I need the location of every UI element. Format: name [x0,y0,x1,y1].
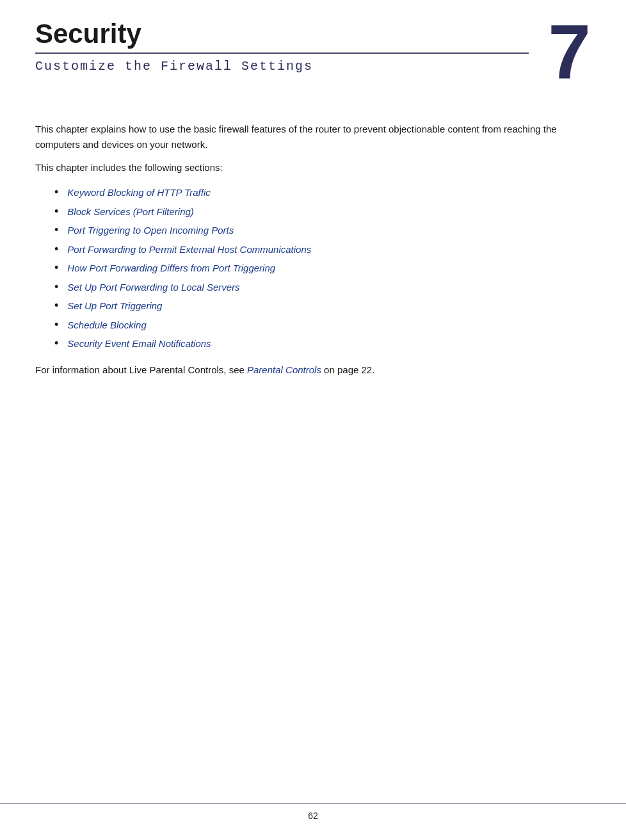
chapter-subtitle: Customize the Firewall Settings [35,59,529,74]
toc-list: • Keyword Blocking of HTTP Traffic • Blo… [54,184,591,352]
parental-before: For information about Live Parental Cont… [35,364,247,375]
toc-link-schedule-blocking[interactable]: Schedule Blocking [67,317,146,334]
bullet-icon: • [54,262,58,273]
chapter-title: Security [35,19,529,49]
chapter-header: Security Customize the Firewall Settings… [35,19,591,90]
chapter-title-block: Security Customize the Firewall Settings [35,19,529,74]
list-item: • Port Triggering to Open Incoming Ports [54,222,591,239]
toc-link-how-port-forwarding[interactable]: How Port Forwarding Differs from Port Tr… [67,260,275,277]
page-container: Security Customize the Firewall Settings… [0,0,626,840]
bullet-icon: • [54,206,58,217]
chapter-number: 7 [548,13,591,90]
chapter-divider [35,52,529,54]
list-item: • Security Event Email Notifications [54,335,591,352]
list-item: • How Port Forwarding Differs from Port … [54,260,591,277]
page-number: 62 [308,811,318,821]
intro-paragraph-2: This chapter includes the following sect… [35,160,591,175]
toc-link-port-triggering[interactable]: Port Triggering to Open Incoming Ports [67,222,234,239]
bullet-icon: • [54,224,58,236]
list-item: • Schedule Blocking [54,317,591,334]
bullet-icon: • [54,243,58,255]
toc-link-block-services[interactable]: Block Services (Port Filtering) [67,204,194,220]
list-item: • Set Up Port Triggering [54,298,591,314]
parental-after: on page 22. [321,364,374,375]
parental-line: For information about Live Parental Cont… [35,362,591,378]
bullet-icon: • [54,319,58,330]
page-footer: 62 [0,804,626,821]
bullet-icon: • [54,300,58,311]
toc-link-security-email[interactable]: Security Event Email Notifications [67,335,211,352]
bullet-icon: • [54,281,58,293]
parental-controls-link[interactable]: Parental Controls [247,364,321,375]
list-item: • Port Forwarding to Permit External Hos… [54,241,591,258]
list-item: • Keyword Blocking of HTTP Traffic [54,184,591,201]
toc-link-set-up-port-forwarding[interactable]: Set Up Port Forwarding to Local Servers [67,279,239,296]
bullet-icon: • [54,186,58,198]
list-item: • Set Up Port Forwarding to Local Server… [54,279,591,296]
toc-link-set-up-port-triggering[interactable]: Set Up Port Triggering [67,298,162,314]
toc-link-keyword-blocking[interactable]: Keyword Blocking of HTTP Traffic [67,184,210,201]
intro-paragraph-1: This chapter explains how to use the bas… [35,122,591,152]
bullet-icon: • [54,337,58,349]
toc-link-port-forwarding[interactable]: Port Forwarding to Permit External Host … [67,241,311,258]
list-item: • Block Services (Port Filtering) [54,204,591,220]
